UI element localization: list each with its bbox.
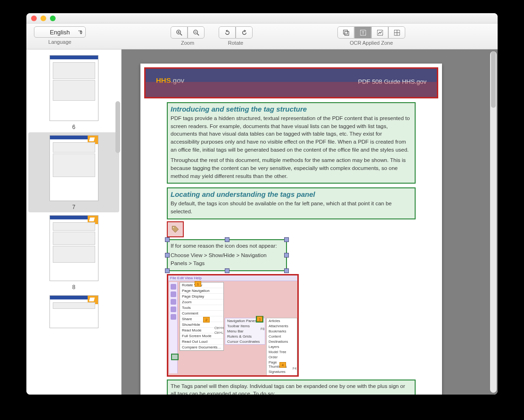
rotate-label: Rotate (228, 40, 243, 46)
rotate-cw-icon (241, 29, 248, 36)
svg-line-5 (197, 33, 199, 35)
section-paragraph: Throughout the rest of this document, mu… (171, 156, 412, 180)
close-window-button[interactable] (31, 16, 37, 21)
shortcut-text: Ctrl+L (214, 331, 223, 334)
page-canvas: HHS.gov PDF 508 Guide HHS.gov Introducin… (140, 64, 442, 395)
section-paragraph: PDF tags provide a hidden structured, te… (171, 114, 412, 153)
ocr-zone-picture-button[interactable] (337, 26, 354, 39)
resize-handle[interactable] (284, 253, 289, 258)
rotate-right-button[interactable] (236, 26, 253, 39)
titlebar (26, 13, 498, 24)
zoom-window-button[interactable] (50, 16, 56, 21)
ocr-zone-header[interactable]: HHS.gov PDF 508 Guide HHS.gov (144, 67, 438, 98)
thumbnail-number: 6 (32, 124, 115, 130)
ocr-zone-text-button[interactable]: T (354, 26, 371, 39)
rotate-left-button[interactable] (219, 26, 236, 39)
thumbnail-number: 7 (32, 204, 115, 210)
selected-line: If for some reason the icon does not app… (171, 242, 283, 250)
ocr-zone-image[interactable]: File Edit View Help Rotate ViewPage Navi… (167, 274, 299, 377)
resize-handle[interactable] (165, 253, 170, 258)
ocr-zone-image-button[interactable] (371, 26, 388, 39)
body: 6 7 8 (26, 49, 498, 395)
thumbnail-9[interactable] (28, 292, 119, 330)
resize-handle[interactable] (165, 268, 170, 273)
text-zone-icon: T (360, 29, 367, 36)
ocr-zone-section-1[interactable]: Introducing and setting the tag structur… (167, 102, 416, 184)
ocr-zone-table-button[interactable] (388, 26, 405, 39)
view-menu: Rotate ViewPage NavigationPage DisplayZo… (180, 282, 224, 351)
tag-icon (171, 225, 180, 234)
resize-handle[interactable] (225, 237, 229, 242)
resize-handle[interactable] (165, 237, 170, 242)
ocr-zone-section-3[interactable]: The Tags panel will then display. Indivi… (167, 380, 416, 395)
callout-marker: 3 (257, 316, 262, 322)
shortcut-text: F4 (293, 367, 296, 370)
ocr-zone-group: T OCR Applied Zone (337, 26, 405, 46)
svg-point-15 (173, 227, 174, 228)
resize-handle[interactable] (284, 268, 289, 273)
resize-handle[interactable] (225, 268, 229, 273)
ocr-zone-tag-icon[interactable] (167, 221, 184, 237)
shortcut-text: Ctrl+H (214, 326, 224, 330)
callout-highlight (171, 354, 179, 360)
table-zone-icon (393, 29, 401, 36)
toolbar: English Language Zoom (26, 24, 498, 49)
zoom-in-icon (176, 29, 183, 36)
svg-text:T: T (361, 31, 364, 35)
thumbnail-sidebar[interactable]: 6 7 8 (26, 49, 122, 395)
callout-marker: 1 (195, 281, 201, 287)
svg-rect-8 (344, 31, 348, 35)
chevron-updown-icon (80, 30, 82, 34)
page-viewer[interactable]: HHS.gov PDF 508 Guide HHS.gov Introducin… (122, 49, 498, 395)
thumbnail-7[interactable]: 7 (28, 132, 119, 212)
callout-marker: 4 (279, 362, 286, 368)
ocr-zone-label: OCR Applied Zone (350, 40, 393, 46)
zoom-out-button[interactable] (188, 26, 205, 39)
language-select[interactable]: English (34, 26, 86, 38)
section-paragraph: The Tags panel will then display. Indivi… (171, 382, 412, 395)
shortcut-text: F8 (261, 327, 264, 331)
thumbnail-8[interactable]: 8 (28, 212, 119, 292)
section-title: Locating and understanding the tags pane… (171, 190, 412, 198)
ocr-zone-selected[interactable]: If for some reason the icon does not app… (167, 239, 287, 271)
language-label: Language (49, 39, 72, 45)
menu-bar-text: File Edit View Help (168, 275, 297, 281)
svg-line-1 (180, 33, 182, 35)
thumbnail-6[interactable]: 6 (28, 52, 119, 132)
language-value: English (50, 29, 70, 36)
selected-line: Choose View > Show/Hide > Navigation Pan… (171, 251, 283, 267)
rotate-group: Rotate (219, 26, 253, 46)
image-zone-icon (377, 29, 384, 36)
callout-marker: 2 (203, 317, 210, 323)
ocr-zone-section-2[interactable]: Locating and understanding the tags pane… (167, 187, 416, 219)
section-title: Introducing and setting the tag structur… (171, 105, 412, 113)
section-paragraph: By default, the tags icon should be avai… (171, 200, 412, 215)
resize-handle[interactable] (284, 237, 289, 242)
language-group: English Language (34, 26, 86, 45)
rotate-ccw-icon (224, 29, 231, 36)
zoom-group: Zoom (171, 26, 205, 46)
zoom-out-icon (193, 29, 200, 36)
viewer-scrollbar[interactable] (490, 51, 497, 393)
zoom-label: Zoom (181, 40, 194, 46)
minimize-window-button[interactable] (41, 16, 46, 21)
picture-zone-icon (343, 29, 350, 36)
zoom-in-button[interactable] (171, 26, 188, 39)
app-window: English Language Zoom (26, 13, 498, 395)
thumbnail-number: 8 (32, 284, 115, 291)
svg-rect-7 (343, 30, 347, 33)
